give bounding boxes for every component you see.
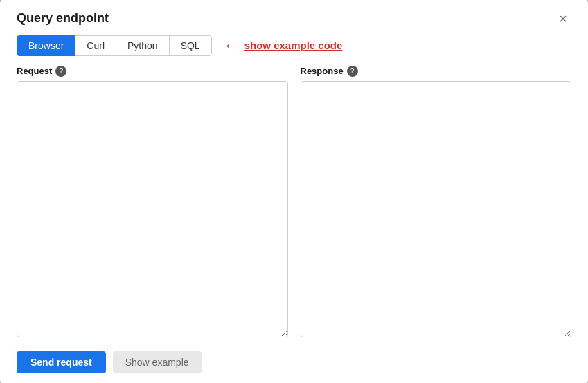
show-example-hint: ← show example code: [224, 37, 343, 55]
tabs-row: Browser Curl Python SQL ← show example c…: [0, 35, 588, 56]
modal-footer: Send request Show example: [0, 344, 588, 384]
response-label: Response ?: [301, 66, 572, 77]
modal-overlay: Query endpoint × Browser Curl Python SQL…: [0, 0, 588, 383]
arrow-icon: ←: [224, 37, 239, 55]
response-panel: Response ?: [301, 66, 572, 337]
modal-header: Query endpoint ×: [0, 0, 588, 35]
tab-python[interactable]: Python: [116, 35, 170, 56]
request-help-icon: ?: [55, 66, 66, 77]
tab-browser[interactable]: Browser: [17, 35, 75, 56]
modal: Query endpoint × Browser Curl Python SQL…: [0, 0, 588, 383]
show-example-button[interactable]: Show example: [113, 351, 202, 373]
panels-row: Request ? Response ?: [0, 56, 588, 344]
response-textarea[interactable]: [301, 81, 572, 337]
send-request-button[interactable]: Send request: [17, 351, 106, 373]
request-label: Request ?: [17, 66, 288, 77]
close-button[interactable]: ×: [555, 10, 571, 27]
tab-sql[interactable]: SQL: [169, 35, 212, 56]
response-help-icon: ?: [347, 66, 358, 77]
tab-curl[interactable]: Curl: [75, 35, 116, 56]
request-textarea[interactable]: [17, 81, 288, 337]
modal-title: Query endpoint: [17, 11, 109, 26]
show-example-code-link[interactable]: show example code: [244, 39, 343, 51]
request-panel: Request ?: [17, 66, 288, 337]
